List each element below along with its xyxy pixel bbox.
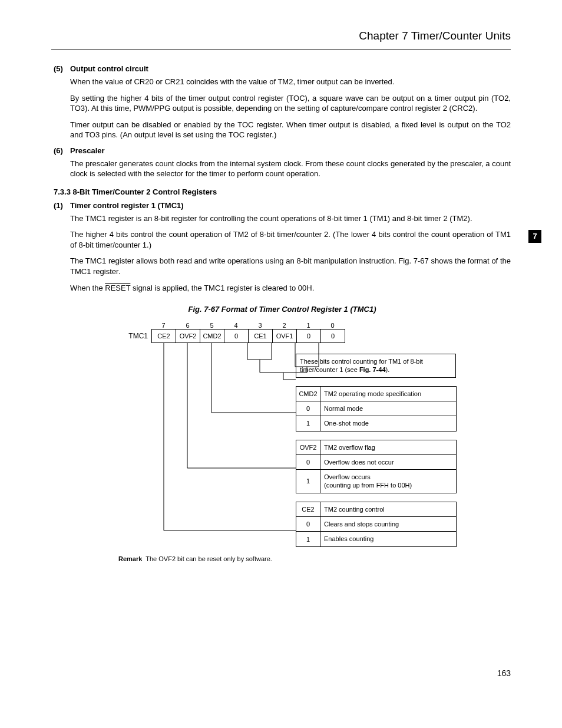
ovf2-head-key: OVF2 <box>296 440 320 455</box>
ce2-r1-v: Enables counting <box>320 532 457 546</box>
section-6-num: (6) <box>54 146 70 155</box>
ovf2-r1-v: Overflow occurs (counting up from FFH to… <box>320 470 457 493</box>
body: (5) Output control circuit When the valu… <box>54 64 511 562</box>
register-name: TMC1 <box>118 332 151 340</box>
section-5-heading: (5) Output control circuit <box>54 64 511 73</box>
page-header: Chapter 7 Timer/Counter Units <box>51 29 511 50</box>
cmd2-r1-v: One-shot mode <box>320 416 457 431</box>
bitnum-0: 0 <box>320 322 345 329</box>
remark-label: Remark <box>118 555 142 562</box>
decoder-tables: These bits control counting for TM1 of 8… <box>296 354 511 547</box>
ovf2-head-val: TM2 overflow flag <box>320 440 457 455</box>
subsection-733: 7.3.3 8-Bit Timer/Counter 2 Control Regi… <box>54 187 511 196</box>
section-1-title: Timer control register 1 (TMC1) <box>70 201 184 210</box>
register-diagram: 7 6 5 4 3 2 1 0 TMC1 CE2 OVF2 CMD2 0 CE1… <box>118 322 511 343</box>
group-cmd2: CMD2 TM2 operating mode specification 0 … <box>296 386 511 431</box>
bit-numbers: 7 6 5 4 3 2 1 0 <box>151 322 511 329</box>
note-low-text: These bits control counting for TM1 of 8… <box>296 354 456 378</box>
cmd2-head-key: CMD2 <box>296 386 320 401</box>
section-1-heading: (1) Timer control register 1 (TMC1) <box>54 201 511 210</box>
figure-remark: Remark The OVF2 bit can be reset only by… <box>118 555 511 562</box>
bitnum-3: 3 <box>248 322 272 329</box>
bit-6-cell: OVF2 <box>176 329 200 343</box>
bit-7-cell: CE2 <box>151 329 176 343</box>
note-low-bits: These bits control counting for TM1 of 8… <box>296 354 511 378</box>
ce2-r1-k: 1 <box>296 532 320 546</box>
ovf2-r1-k: 1 <box>296 470 320 493</box>
p4a: When the <box>70 284 105 292</box>
bit-0-cell: 0 <box>320 329 345 343</box>
group-ovf2: OVF2 TM2 overflow flag 0 Overflow does n… <box>296 440 511 493</box>
reset-signal: RESET <box>105 284 130 292</box>
section-1-p2: The higher 4 bits control the count oper… <box>70 229 511 250</box>
figure-title: Fig. 7-67 Format of Timer Control Regist… <box>54 305 511 314</box>
section-5-title: Output control circuit <box>70 64 148 73</box>
section-1-num: (1) <box>54 201 70 210</box>
bitnum-6: 6 <box>176 322 200 329</box>
cmd2-r0-v: Normal mode <box>320 401 457 416</box>
section-6-heading: (6) Prescaler <box>54 146 511 155</box>
bit-3-cell: CE1 <box>248 329 272 343</box>
ovf2-r0-k: 0 <box>296 455 320 470</box>
section-5-p3: Timer output can be disabled or enabled … <box>70 120 511 140</box>
cmd2-r1-k: 1 <box>296 416 320 431</box>
section-6-title: Prescaler <box>70 146 105 155</box>
bit-2-cell: OVF1 <box>272 329 296 343</box>
section-5-p1: When the value of CR20 or CR21 coincides… <box>70 77 511 87</box>
group-ce2: CE2 TM2 counting control 0 Clears and st… <box>296 502 511 547</box>
bit-1-cell: 0 <box>296 329 320 343</box>
section-1-p4: When the RESET signal is applied, the TM… <box>70 283 511 294</box>
bit-4-cell: 0 <box>224 329 248 343</box>
ovf2-r0-v: Overflow does not occur <box>320 455 457 470</box>
page-number: 163 <box>51 668 511 696</box>
section-6-p1: The prescaler generates count clocks fro… <box>70 159 511 179</box>
bitnum-4: 4 <box>224 322 248 329</box>
section-1-p1: The TMC1 register is an 8-bit register f… <box>70 213 511 224</box>
p4c: signal is applied, the TMC1 register is … <box>130 284 314 292</box>
bitnum-7: 7 <box>151 322 176 329</box>
bitnum-5: 5 <box>200 322 224 329</box>
remark-text: The OVF2 bit can be reset only by softwa… <box>146 555 272 562</box>
bit-5-cell: CMD2 <box>200 329 224 343</box>
cmd2-r0-k: 0 <box>296 401 320 416</box>
section-5-p2: By setting the higher 4 bits of the time… <box>70 93 511 114</box>
ce2-head-key: CE2 <box>296 502 320 517</box>
side-tab: 7 <box>528 230 541 243</box>
page: Chapter 7 Timer/Counter Units 7 (5) Outp… <box>51 29 511 696</box>
ce2-r0-v: Clears and stops counting <box>320 517 457 532</box>
bitnum-1: 1 <box>296 322 320 329</box>
chapter-title: Chapter 7 Timer/Counter Units <box>359 29 511 42</box>
ce2-head-val: TM2 counting control <box>320 502 457 517</box>
register-row: TMC1 CE2 OVF2 CMD2 0 CE1 OVF1 0 0 <box>118 329 511 343</box>
section-5-num: (5) <box>54 64 70 73</box>
ce2-r0-k: 0 <box>296 517 320 532</box>
bitnum-2: 2 <box>272 322 296 329</box>
cmd2-head-val: TM2 operating mode specification <box>320 386 457 401</box>
section-1-p3: The TMC1 register allows both read and w… <box>70 256 511 276</box>
